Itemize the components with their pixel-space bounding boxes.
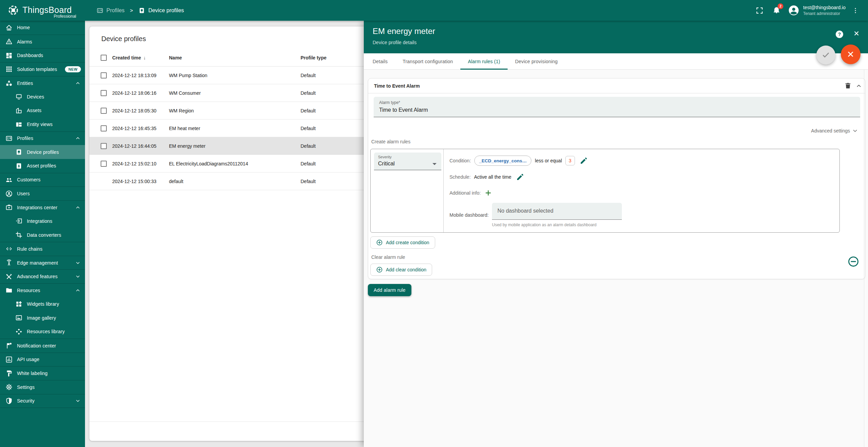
edge-management-icon bbox=[5, 259, 13, 266]
tab-details[interactable]: Details bbox=[365, 53, 395, 70]
column-header-name[interactable]: Name bbox=[169, 49, 182, 67]
sidebar-item-rule-chains[interactable]: Rule chains bbox=[0, 242, 85, 256]
sidebar-item-data-converters[interactable]: Data converters bbox=[0, 228, 85, 242]
asset-profiles-icon bbox=[15, 162, 22, 169]
sidebar-item-assets[interactable]: Assets bbox=[0, 104, 85, 118]
sidebar-item-entities[interactable]: Entities bbox=[0, 76, 85, 90]
sidebar-item-home[interactable]: Home bbox=[0, 21, 85, 35]
integrations-center-icon bbox=[5, 204, 13, 211]
add-create-condition-button[interactable]: Add create condition bbox=[370, 236, 435, 249]
fullscreen-icon[interactable] bbox=[755, 6, 764, 15]
row-checkbox[interactable] bbox=[101, 90, 107, 96]
cell-name: EM heat meter bbox=[169, 120, 200, 137]
delete-alarm-rule-icon[interactable] bbox=[844, 82, 852, 89]
mobile-dashboard-hint: Used by mobile application as an alarm d… bbox=[492, 222, 597, 227]
sidebar-item-security[interactable]: Security bbox=[0, 394, 85, 408]
sidebar-item-label: Image gallery bbox=[27, 315, 56, 321]
breadcrumb-profiles-label: Profiles bbox=[106, 7, 124, 14]
sidebar-item-resources[interactable]: Resources bbox=[0, 283, 85, 297]
row-checkbox[interactable] bbox=[101, 108, 107, 114]
alarm-type-label: Alarm type* bbox=[379, 100, 400, 105]
remove-rule-row-icon[interactable] bbox=[848, 256, 859, 267]
entity-views-icon bbox=[15, 121, 22, 128]
edit-condition-icon[interactable] bbox=[580, 157, 588, 165]
sidebar-item-label: Users bbox=[17, 191, 30, 196]
severity-label: Severity bbox=[378, 155, 392, 159]
sidebar-item-dashboards[interactable]: Dashboards bbox=[0, 48, 85, 62]
sidebar-item-device-profiles[interactable]: Device profiles bbox=[0, 145, 85, 159]
assets-icon bbox=[15, 107, 22, 114]
apply-changes-fab[interactable] bbox=[816, 46, 835, 65]
condition-key-chip[interactable]: _ECD_energy_cons… bbox=[474, 156, 531, 166]
cancel-changes-fab[interactable]: ✕ bbox=[841, 44, 861, 64]
advanced-settings-toggle[interactable]: Advanced settings bbox=[811, 128, 858, 134]
tab-transport-configuration[interactable]: Transport configuration bbox=[395, 53, 460, 70]
tab-alarm-rules-1[interactable]: Alarm rules (1) bbox=[460, 53, 508, 70]
cell-created-time: 2024-12-12 18:05:30 bbox=[112, 102, 156, 120]
sidebar-item-entity-views[interactable]: Entity views bbox=[0, 118, 85, 131]
edit-schedule-icon[interactable] bbox=[516, 173, 524, 181]
clear-alarm-rule-label: Clear alarm rule bbox=[371, 254, 405, 260]
condition-operator: less or equal bbox=[535, 158, 562, 163]
sidebar-item-integrations[interactable]: Integrations bbox=[0, 214, 85, 228]
column-header-profile-type[interactable]: Profile type bbox=[301, 49, 326, 67]
cell-created-time: 2024-12-12 16:45:35 bbox=[112, 120, 156, 137]
notification-count-badge: 2 bbox=[778, 3, 783, 9]
sidebar-item-widgets-library[interactable]: Widgets library bbox=[0, 297, 85, 311]
plus-circle-icon bbox=[376, 239, 383, 246]
sidebar-item-label: Customers bbox=[17, 177, 40, 182]
column-header-created-time[interactable]: Created time ↓ bbox=[112, 49, 146, 67]
sidebar-item-edge-management[interactable]: Edge management bbox=[0, 256, 85, 270]
kebab-menu-icon[interactable] bbox=[852, 7, 859, 14]
sidebar-item-label: Assets bbox=[27, 108, 41, 113]
row-checkbox[interactable] bbox=[101, 125, 107, 131]
sidebar-item-settings[interactable]: Settings bbox=[0, 380, 85, 394]
sidebar-item-white-labeling[interactable]: White labeling bbox=[0, 366, 85, 380]
sidebar-item-devices[interactable]: Devices bbox=[0, 90, 85, 104]
sidebar-item-advanced-features[interactable]: Advanced features bbox=[0, 269, 85, 283]
row-checkbox[interactable] bbox=[101, 143, 107, 149]
app-logo[interactable]: ThingsBoard Professional bbox=[7, 0, 82, 21]
user-avatar[interactable] bbox=[788, 5, 799, 16]
user-info[interactable]: test@thingsboard.io Tenant administrator bbox=[803, 4, 846, 16]
sidebar-item-label: Alarms bbox=[17, 39, 32, 44]
sidebar-item-users[interactable]: Users bbox=[0, 186, 85, 200]
mobile-dashboard-select[interactable]: No dashboard selected bbox=[492, 203, 622, 220]
close-icon[interactable]: ✕ bbox=[852, 29, 861, 38]
sidebar-item-resources-library[interactable]: Resources library bbox=[0, 325, 85, 339]
sidebar-item-asset-profiles[interactable]: Asset profiles bbox=[0, 159, 85, 173]
alarm-rule-card-header: Time to Event Alarm bbox=[368, 78, 865, 93]
home-icon bbox=[5, 24, 13, 31]
cell-profile-type: Default bbox=[301, 137, 316, 155]
breadcrumb-profiles[interactable]: Profiles bbox=[97, 7, 124, 14]
alarm-type-value: Time to Event Alarm bbox=[379, 107, 428, 113]
add-clear-condition-button[interactable]: Add clear condition bbox=[370, 264, 432, 276]
additional-info-label: Additional info: bbox=[449, 190, 481, 196]
alarm-rule-card: Time to Event Alarm Alarm type* Time to … bbox=[368, 78, 865, 279]
add-alarm-rule-button[interactable]: Add alarm rule bbox=[368, 284, 411, 296]
alarm-rule-title: Time to Event Alarm bbox=[374, 83, 420, 89]
dashboards-icon bbox=[5, 52, 13, 59]
help-icon[interactable]: ? bbox=[836, 31, 843, 38]
sidebar-item-api-usage[interactable]: API usage bbox=[0, 353, 85, 366]
chevron-up-icon bbox=[75, 205, 81, 210]
select-all-checkbox[interactable] bbox=[101, 55, 107, 61]
sidebar-item-notification-center[interactable]: Notification center bbox=[0, 339, 85, 353]
sidebar-item-image-gallery[interactable]: Image gallery bbox=[0, 311, 85, 325]
collapse-alarm-rule-icon[interactable] bbox=[856, 83, 862, 89]
tab-device-provisioning[interactable]: Device provisioning bbox=[508, 53, 565, 70]
row-checkbox[interactable] bbox=[101, 72, 107, 78]
alarm-type-field[interactable]: Alarm type* Time to Event Alarm bbox=[374, 97, 860, 117]
add-additional-info-icon[interactable] bbox=[484, 189, 492, 197]
sidebar-item-alarms[interactable]: Alarms bbox=[0, 35, 85, 49]
severity-select[interactable]: Severity Critical bbox=[374, 153, 441, 170]
notification-center-icon bbox=[5, 342, 13, 349]
row-checkbox[interactable] bbox=[101, 161, 107, 167]
sidebar-divider bbox=[0, 408, 85, 408]
sidebar-item-profiles[interactable]: Profiles bbox=[0, 131, 85, 145]
breadcrumb-device-profiles[interactable]: Device profiles bbox=[138, 7, 184, 14]
sidebar-item-integrations-center[interactable]: Integrations center bbox=[0, 200, 85, 214]
solution-templates-icon bbox=[5, 66, 13, 73]
sidebar-item-customers[interactable]: Customers bbox=[0, 173, 85, 187]
sidebar-item-solution-templates[interactable]: Solution templatesNEW bbox=[0, 62, 85, 76]
